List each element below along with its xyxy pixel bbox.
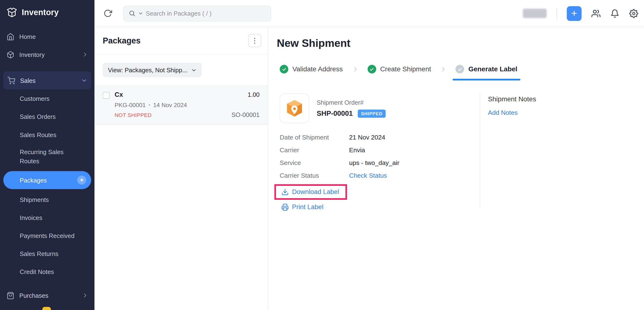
bullet-icon: • (148, 102, 150, 108)
chevron-right-icon (440, 66, 447, 72)
search-input[interactable] (146, 10, 266, 17)
package-quantity: 1.00 (248, 91, 260, 98)
add-package-icon[interactable]: + (77, 176, 86, 185)
sidebar-item-customers[interactable]: Customers (0, 89, 94, 107)
view-filter-label: View: Packages, Not Shipp... (108, 66, 187, 73)
step-create-shipment[interactable]: Create Shipment (367, 65, 431, 73)
packages-list: Cx 1.00 PKG-00001 • 14 Nov 2024 NOT SHIP… (94, 86, 268, 125)
view-filter-dropdown[interactable]: View: Packages, Not Shipp... (103, 63, 202, 77)
topbar-divider (556, 8, 557, 19)
sidebar-item-label: Sales Orders (20, 113, 56, 120)
users-button[interactable] (591, 9, 600, 18)
sidebar-item-credit-notes[interactable]: Credit Notes (0, 263, 94, 281)
package-id: PKG-00001 (115, 102, 146, 108)
step-check-icon (456, 65, 464, 73)
sidebar-item-payments-received[interactable]: Payments Received (0, 226, 94, 245)
sidebar-item-label: Inventory (19, 51, 44, 58)
app-window: Inventory Home Inventory Sales Customers… (0, 0, 644, 310)
org-name-redacted (523, 9, 547, 18)
topbar-actions: + (523, 6, 638, 21)
chevron-right-icon (82, 293, 88, 298)
app-logo[interactable]: Inventory (0, 0, 94, 23)
sidebar-item-sales-routes[interactable]: Sales Routes (0, 126, 94, 144)
step-validate-address[interactable]: Validate Address (280, 65, 343, 73)
sidebar-item-label: Customers (20, 95, 50, 102)
step-label: Create Shipment (380, 65, 431, 73)
package-status: NOT SHIPPED (115, 112, 152, 118)
search-scope-chevron-icon[interactable] (138, 11, 143, 15)
sidebar-item-purchases[interactable]: Purchases (0, 287, 94, 305)
shopping-bag-icon (6, 292, 14, 299)
sidebar-item-sales-orders[interactable]: Sales Orders (0, 108, 94, 126)
page: Inventory Home Inventory Sales Customers… (0, 0, 644, 310)
sidebar-item-label: Home (19, 33, 36, 40)
sidebar-item-label: Purchases (19, 292, 48, 299)
sidebar-item-label: Credit Notes (20, 268, 54, 275)
package-date: 14 Nov 2024 (153, 102, 187, 108)
help-widget-icon[interactable] (42, 307, 51, 310)
search-icon (128, 10, 136, 17)
shipment-panel: New Shipment Validate Address Create Shi (268, 27, 644, 310)
field-label: Date of Shipment (280, 133, 349, 141)
highlight-annotation-box: Download Label (274, 184, 347, 200)
shipment-fields: Date of Shipment 21 Nov 2024 Carrier Env… (280, 133, 480, 180)
sidebar-item-label: Shipments (20, 196, 49, 203)
sidebar-item-inventory[interactable]: Inventory (0, 46, 94, 64)
field-carrier-status: Carrier Status Check Status (280, 171, 480, 180)
sidebar-item-label: Invoices (20, 214, 42, 221)
packages-panel-header: Packages ⋮ (94, 27, 268, 54)
print-label-link[interactable]: Print Label (281, 203, 323, 211)
step-check-icon (367, 65, 376, 73)
quick-create-button[interactable]: + (567, 6, 582, 21)
field-value: ups - two_day_air (349, 159, 399, 167)
package-item-content: Cx 1.00 PKG-00001 • 14 Nov 2024 NOT SHIP… (115, 91, 260, 118)
sidebar-item-label: Sales Returns (20, 250, 58, 257)
app-title: Inventory (22, 8, 59, 17)
field-date-of-shipment: Date of Shipment 21 Nov 2024 (280, 133, 480, 141)
filter-strip: View: Packages, Not Shipp... (94, 54, 268, 86)
refresh-button[interactable] (104, 9, 112, 18)
download-label-text: Download Label (292, 188, 339, 196)
settings-button[interactable] (629, 9, 638, 18)
download-icon (281, 188, 289, 196)
sidebar: Inventory Home Inventory Sales Customers… (0, 0, 94, 310)
chevron-down-icon (191, 67, 196, 72)
field-label: Carrier (280, 146, 349, 154)
page-title: New Shipment (277, 37, 634, 50)
step-generate-label[interactable]: Generate Label (456, 65, 518, 73)
sidebar-item-packages[interactable]: Packages + (3, 171, 91, 189)
packages-panel: Packages ⋮ View: Packages, Not Shipp... (94, 27, 268, 310)
sidebar-item-sales[interactable]: Sales (3, 71, 91, 89)
notifications-button[interactable] (610, 9, 620, 18)
ellipsis-icon: ⋮ (251, 36, 258, 45)
step-label: Generate Label (468, 65, 517, 73)
shipment-stepper: Validate Address Create Shipment (280, 65, 634, 73)
field-label: Carrier Status (280, 171, 349, 180)
package-list-item[interactable]: Cx 1.00 PKG-00001 • 14 Nov 2024 NOT SHIP… (94, 86, 268, 125)
topbar: + (94, 0, 644, 27)
chevron-right-icon (82, 52, 88, 57)
sidebar-item-label: Recurring Sales Routes (20, 148, 76, 166)
panel-more-button[interactable]: ⋮ (248, 34, 261, 47)
package-checkbox[interactable] (103, 92, 110, 99)
home-icon (6, 33, 14, 40)
add-notes-link[interactable]: Add Notes (488, 109, 536, 116)
sidebar-item-recurring-sales-routes[interactable]: Recurring Sales Routes (0, 144, 94, 170)
bell-icon (610, 9, 620, 18)
printer-icon (281, 203, 289, 211)
sidebar-item-home[interactable]: Home (0, 27, 94, 45)
sidebar-item-shipments[interactable]: Shipments (0, 190, 94, 208)
shipment-details: Shipment Order# SHP-00001 SHIPPED Date o… (280, 94, 480, 213)
chevron-right-icon (352, 66, 358, 72)
sidebar-item-sales-returns[interactable]: Sales Returns (0, 245, 94, 263)
package-thumbnail (280, 94, 310, 123)
search-bar[interactable] (123, 5, 271, 21)
download-label-link[interactable]: Download Label (281, 188, 339, 196)
sidebar-nav: Home Inventory Sales Customers Sales Ord… (0, 27, 94, 304)
check-status-link[interactable]: Check Status (349, 171, 387, 180)
sidebar-item-label: Sales (20, 77, 36, 84)
sidebar-item-invoices[interactable]: Invoices (0, 208, 94, 226)
sidebar-item-label: Payments Received (20, 232, 74, 239)
plus-icon: + (571, 8, 577, 18)
shipment-body: Shipment Order# SHP-00001 SHIPPED Date o… (277, 94, 634, 213)
